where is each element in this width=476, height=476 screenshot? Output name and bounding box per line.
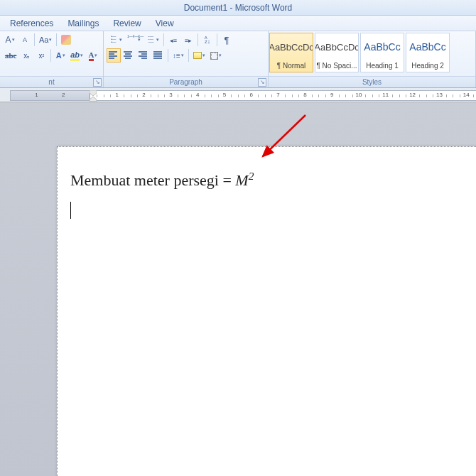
- style-normal[interactable]: AaBbCcDc ¶ Normal: [269, 33, 313, 72]
- equation[interactable]: M2: [235, 171, 254, 189]
- pilcrow-icon: ¶: [225, 35, 229, 45]
- font-color-button[interactable]: A: [86, 48, 100, 63]
- indent-marker[interactable]: [90, 90, 97, 102]
- increase-indent-icon: [185, 36, 192, 44]
- tab-references[interactable]: References: [3, 18, 60, 28]
- font-group: A A Aa abc A ab A nt ↘: [0, 31, 104, 87]
- style-preview: AaBbCcDc: [315, 33, 358, 60]
- clear-formatting-button[interactable]: [59, 33, 73, 47]
- grow-font-icon: A: [5, 35, 11, 45]
- page-content[interactable]: Membuat meter persegi = M2: [70, 168, 254, 219]
- borders-icon: [210, 52, 218, 60]
- tab-mailings[interactable]: Mailings: [60, 18, 106, 28]
- separator: [56, 33, 57, 46]
- separator: [188, 49, 189, 62]
- borders-button[interactable]: [208, 48, 224, 63]
- style-preview: AaBbCcDc: [270, 33, 313, 60]
- styles-group-label: Styles: [269, 76, 475, 87]
- tab-review[interactable]: Review: [106, 18, 148, 28]
- window-title: Document1 - Microsoft Word: [184, 3, 293, 13]
- shrink-font-icon: A: [23, 36, 27, 43]
- style-preview: AaBbCc: [406, 33, 449, 60]
- paragraph-dialog-launcher[interactable]: ↘: [258, 78, 266, 87]
- decrease-indent-icon: [170, 36, 177, 44]
- highlight-button[interactable]: ab: [68, 48, 85, 63]
- text-cursor: [70, 202, 71, 219]
- align-center-icon: [124, 50, 134, 60]
- bullets-button[interactable]: [107, 33, 124, 47]
- line-spacing-icon: [173, 51, 180, 60]
- paragraph-group-label: Paragraph ↘: [104, 76, 268, 87]
- separator: [217, 33, 217, 46]
- sort-icon: [205, 36, 211, 45]
- subscript-button[interactable]: [19, 48, 33, 63]
- bullets-icon: [109, 35, 119, 45]
- align-center-button[interactable]: [121, 48, 136, 63]
- superscript-button[interactable]: [34, 48, 48, 63]
- document-area[interactable]: Membuat meter persegi = M2: [0, 102, 476, 476]
- ruler-ticks: 21123456789101112131415: [90, 91, 476, 100]
- clear-formatting-icon: [61, 35, 71, 45]
- style-name-label: ¶ No Spaci...: [315, 60, 358, 72]
- highlight-icon: ab: [70, 50, 80, 61]
- superscript-icon: [39, 51, 45, 60]
- subscript-icon: [23, 51, 29, 60]
- justify-icon: [153, 50, 163, 60]
- show-marks-button[interactable]: ¶: [220, 33, 234, 47]
- style-preview: AaBbCc: [361, 33, 404, 60]
- svg-marker-0: [90, 90, 97, 96]
- shrink-font-button[interactable]: A: [18, 33, 32, 47]
- body-text: Membuat meter persegi =: [70, 171, 235, 189]
- ruler-margin-left: [11, 91, 90, 100]
- numbering-icon: [127, 35, 137, 45]
- align-right-button[interactable]: [136, 48, 151, 63]
- separator: [198, 33, 198, 46]
- style-name-label: Heading 1: [361, 60, 404, 72]
- increase-indent-button[interactable]: [181, 33, 195, 47]
- style-name-label: ¶ Normal: [270, 60, 313, 72]
- multilevel-list-button[interactable]: [144, 33, 161, 47]
- separator: [50, 49, 51, 62]
- align-right-icon: [139, 50, 148, 60]
- line-spacing-button[interactable]: [171, 48, 186, 63]
- ribbon-tabs: References Mailings Review View: [0, 16, 476, 31]
- text-effects-button[interactable]: A: [53, 48, 67, 63]
- multilevel-list-icon: [146, 35, 156, 45]
- text-line[interactable]: Membuat meter persegi = M2: [70, 168, 254, 192]
- justify-button[interactable]: [151, 48, 166, 63]
- sort-button[interactable]: [200, 33, 215, 47]
- style-no-spacing[interactable]: AaBbCcDc ¶ No Spaci...: [315, 33, 359, 72]
- separator: [168, 49, 168, 62]
- change-case-icon: Aa: [39, 36, 48, 44]
- change-case-button[interactable]: Aa: [37, 33, 54, 47]
- font-group-label: nt ↘: [0, 76, 103, 87]
- style-heading1[interactable]: AaBbCc Heading 1: [360, 33, 404, 72]
- style-name-label: Heading 2: [406, 60, 449, 72]
- grow-font-button[interactable]: A: [3, 33, 17, 47]
- numbering-button[interactable]: [125, 33, 143, 47]
- page[interactable]: Membuat meter persegi = M2: [57, 146, 476, 476]
- text-effects-icon: A: [56, 51, 62, 60]
- font-color-icon: A: [89, 50, 94, 61]
- equation-superscript: 2: [249, 170, 254, 182]
- separator: [34, 33, 35, 46]
- align-left-icon: [109, 50, 119, 60]
- align-left-button[interactable]: [107, 48, 121, 63]
- svg-marker-1: [90, 97, 97, 102]
- ribbon: A A Aa abc A ab A nt ↘: [0, 31, 476, 88]
- strikethrough-button[interactable]: abc: [3, 48, 18, 63]
- ruler-area: 21123456789101112131415: [0, 88, 476, 102]
- decrease-indent-button[interactable]: [166, 33, 180, 47]
- title-bar: Document1 - Microsoft Word: [0, 0, 476, 16]
- style-heading2[interactable]: AaBbCc Heading 2: [406, 33, 450, 72]
- tab-view[interactable]: View: [148, 18, 181, 28]
- separator: [163, 33, 164, 46]
- equation-base: M: [235, 171, 248, 189]
- paragraph-group: ¶ Paragraph ↘: [104, 31, 269, 87]
- styles-group: AaBbCcDc ¶ Normal AaBbCcDc ¶ No Spaci...…: [269, 31, 476, 87]
- strikethrough-icon: abc: [5, 51, 17, 60]
- shading-icon: [193, 52, 202, 59]
- font-dialog-launcher[interactable]: ↘: [93, 78, 102, 87]
- shading-button[interactable]: [191, 48, 207, 63]
- horizontal-ruler[interactable]: 21123456789101112131415: [10, 90, 476, 101]
